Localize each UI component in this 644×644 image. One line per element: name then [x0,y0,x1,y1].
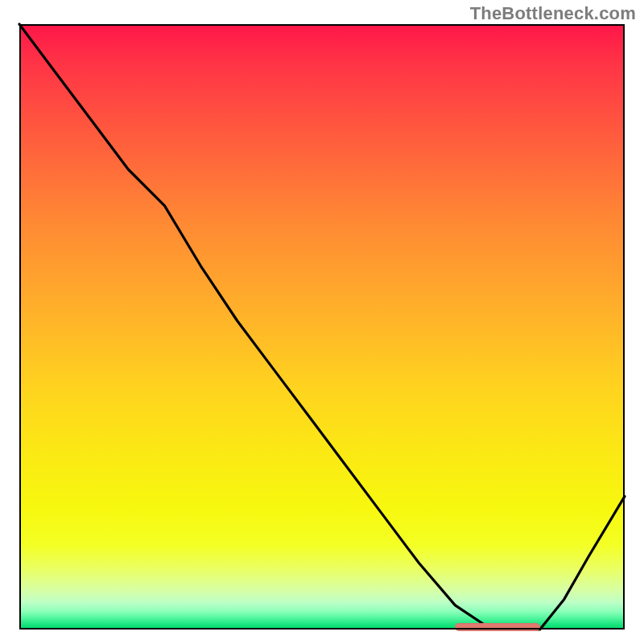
optimal-range-marker [455,623,539,631]
watermark-text: TheBottleneck.com [470,3,636,24]
plot-area [19,24,625,630]
chart-container: TheBottleneck.com [0,0,644,644]
bottleneck-curve-line [19,24,625,630]
curve-svg [19,24,625,630]
